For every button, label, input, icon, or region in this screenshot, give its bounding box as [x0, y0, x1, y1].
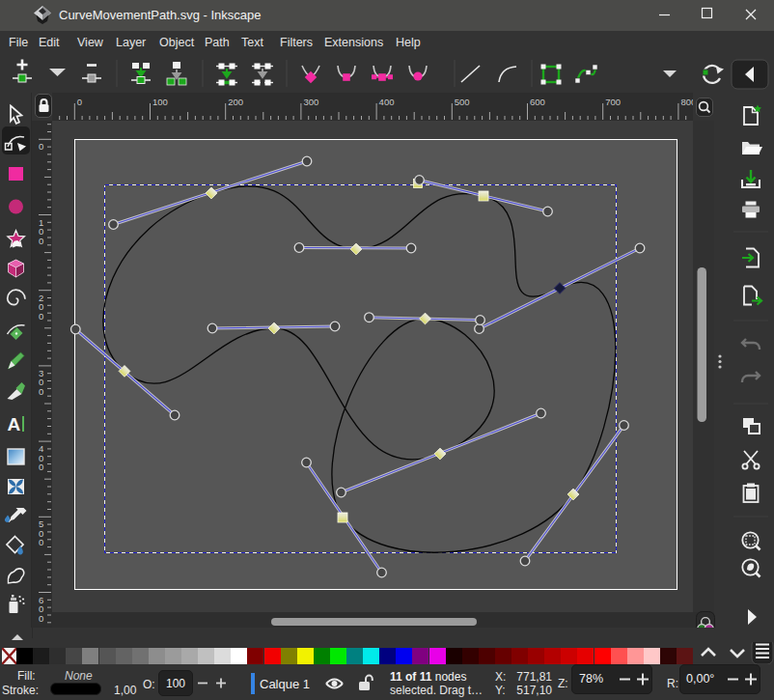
- svg-text:500: 500: [455, 97, 470, 107]
- svg-text:0: 0: [39, 462, 43, 472]
- svg-text:700: 700: [605, 97, 621, 107]
- svg-text:100: 100: [152, 97, 168, 107]
- svg-text:300: 300: [303, 97, 318, 107]
- svg-text:400: 400: [379, 97, 395, 107]
- svg-text:0: 0: [39, 386, 43, 397]
- svg-text:200: 200: [228, 97, 243, 107]
- svg-text:A: A: [8, 414, 21, 434]
- svg-text:600: 600: [530, 97, 545, 107]
- svg-text:0: 0: [39, 613, 43, 624]
- svg-text:0: 0: [77, 97, 82, 107]
- svg-text:0: 0: [39, 311, 43, 322]
- svg-text:800: 800: [680, 97, 693, 107]
- svg-text:0: 0: [39, 141, 43, 152]
- svg-text:0: 0: [39, 537, 43, 547]
- svg-text:0: 0: [39, 236, 43, 246]
